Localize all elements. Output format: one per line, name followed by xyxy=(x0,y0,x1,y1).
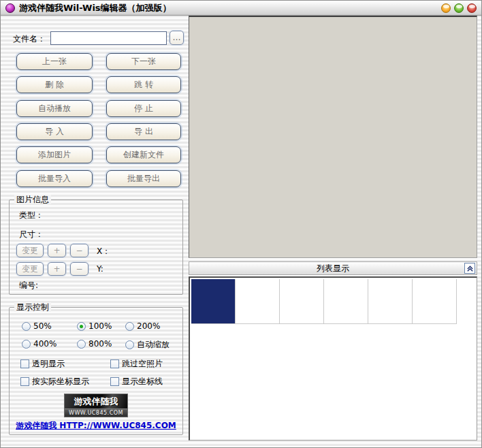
logo-url: WWW.UC845.COM xyxy=(65,409,127,417)
radio-icon xyxy=(77,322,86,331)
size-label: 尺寸： xyxy=(19,229,44,240)
zoom-radio-400[interactable]: 400% xyxy=(22,339,57,349)
image-info-group: 图片信息 类型： 尺寸： 变更 + − X： 变更 + − Y: 编号: xyxy=(9,199,183,295)
number-label: 编号: xyxy=(19,280,38,291)
title-bar[interactable]: 游戏伴随我Wil-Wis编辑器（加强版） xyxy=(1,1,481,16)
display-control-group: 显示控制 50% 100% 200% 400% 800% 自动缩放 透明显示 跳… xyxy=(9,307,183,435)
app-window: 游戏伴随我Wil-Wis编辑器（加强版） 文件名： … 上一张 下一张 删 除 … xyxy=(0,0,482,448)
plus-x-button[interactable]: + xyxy=(48,244,66,257)
close-button[interactable] xyxy=(467,3,477,13)
next-button[interactable]: 下一张 xyxy=(106,53,181,70)
delete-button[interactable]: 删 除 xyxy=(16,76,93,93)
display-control-title: 显示控制 xyxy=(14,302,51,312)
jump-button[interactable]: 跳 转 xyxy=(106,76,181,93)
autoplay-button[interactable]: 自动播放 xyxy=(16,100,93,117)
x-label: X： xyxy=(97,246,110,257)
list-panel-header: 列表显示 xyxy=(189,261,477,275)
zoom-radio-auto[interactable]: 自动缩放 xyxy=(125,339,170,351)
y-label: Y: xyxy=(97,264,103,274)
import-button[interactable]: 导 入 xyxy=(16,123,93,140)
chevron-double-up-icon xyxy=(466,265,474,272)
export-button[interactable]: 导 出 xyxy=(106,123,181,140)
minus-x-button[interactable]: − xyxy=(70,244,89,257)
image-info-title: 图片信息 xyxy=(14,195,51,204)
radio-icon xyxy=(125,340,134,349)
create-file-button[interactable]: 创建新文件 xyxy=(106,146,181,163)
list-cell[interactable] xyxy=(368,279,413,323)
app-icon xyxy=(5,3,15,13)
prev-button[interactable]: 上一张 xyxy=(16,53,93,70)
list-cell[interactable] xyxy=(413,279,457,323)
plus-y-button[interactable]: + xyxy=(48,262,66,276)
logo-text: 游戏伴随我 xyxy=(65,394,127,409)
list-cell[interactable] xyxy=(236,279,280,323)
website-link[interactable]: 游戏伴随我 HTTP://WWW.UC845.COM xyxy=(10,420,182,432)
actual-coords-checkbox[interactable]: 按实际坐标显示 xyxy=(20,376,89,387)
radio-icon xyxy=(22,340,31,349)
checkbox-icon xyxy=(20,377,29,386)
zoom-radio-50[interactable]: 50% xyxy=(22,321,52,331)
brand-logo[interactable]: 游戏伴随我 WWW.UC845.COM xyxy=(64,394,128,417)
checkbox-icon xyxy=(110,359,119,368)
thumbnail-row xyxy=(191,279,457,324)
batch-export-button[interactable]: 批量导出 xyxy=(106,170,181,187)
list-cell[interactable] xyxy=(191,279,236,323)
window-title: 游戏伴随我Wil-Wis编辑器（加强版） xyxy=(19,2,172,14)
batch-import-button[interactable]: 批量导入 xyxy=(16,170,93,187)
radio-icon xyxy=(22,322,31,331)
stop-button[interactable]: 停 止 xyxy=(106,100,181,117)
change-x-button[interactable]: 变更 xyxy=(16,244,44,257)
radio-icon xyxy=(77,340,86,349)
type-label: 类型： xyxy=(19,210,44,221)
transparent-checkbox[interactable]: 透明显示 xyxy=(20,358,65,370)
radio-icon xyxy=(125,322,134,331)
image-viewport[interactable] xyxy=(189,16,477,258)
maximize-button[interactable] xyxy=(454,3,464,13)
minimize-button[interactable] xyxy=(441,3,451,13)
minus-y-button[interactable]: − xyxy=(70,262,89,276)
checkbox-icon xyxy=(20,359,29,368)
zoom-radio-200[interactable]: 200% xyxy=(125,321,160,331)
skip-empty-checkbox[interactable]: 跳过空照片 xyxy=(110,358,163,370)
collapse-panel-button[interactable] xyxy=(464,263,475,274)
checkbox-icon xyxy=(110,377,119,386)
filename-label: 文件名： xyxy=(13,33,46,45)
add-image-button[interactable]: 添加图片 xyxy=(16,146,93,163)
zoom-radio-800[interactable]: 800% xyxy=(77,339,112,349)
list-panel-title: 列表显示 xyxy=(317,263,349,273)
thumbnail-list[interactable] xyxy=(189,276,477,441)
coord-lines-checkbox[interactable]: 显示坐标线 xyxy=(110,376,163,387)
browse-button[interactable]: … xyxy=(170,31,184,45)
zoom-radio-100[interactable]: 100% xyxy=(77,321,112,331)
list-cell[interactable] xyxy=(324,279,368,323)
change-y-button[interactable]: 变更 xyxy=(16,262,44,276)
list-cell[interactable] xyxy=(280,279,324,323)
filename-input[interactable] xyxy=(50,31,167,45)
